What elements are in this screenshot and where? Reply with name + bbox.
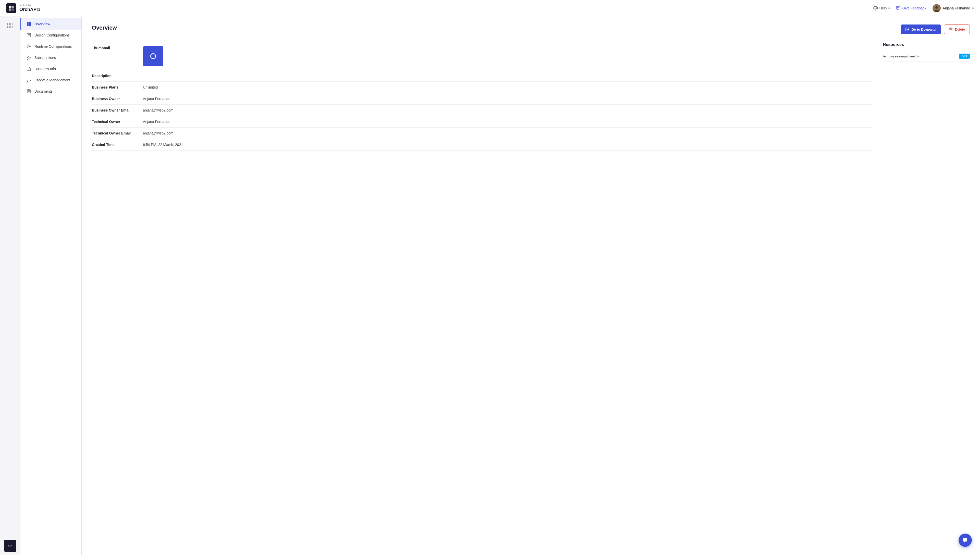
topbar-right: Help ▾ Give Feedback Anjana Fernando ▾ [873,4,974,12]
resources-title: Resources [883,42,970,47]
topbar: ← Api list OrchAPI1 Help ▾ Give Feedback [0,0,980,16]
go-to-devportal-button[interactable]: Go to Devportal [901,24,941,34]
thumbnail-letter: O [150,51,156,61]
thumbnail-box: O [143,46,163,66]
svg-rect-16 [29,22,31,24]
value-technical-owner-email: anjana@wso2.com [143,131,173,135]
logo-area: ← Api list OrchAPI1 [6,3,40,13]
label-technical-owner: Technical Owner [92,120,138,124]
logo-icon [6,3,16,13]
api-badge-button[interactable]: API [4,540,16,552]
devportal-label: Go to Devportal [911,27,937,31]
label-business-owner: Business Owner [92,97,138,101]
svg-rect-11 [8,23,10,25]
svg-rect-2 [9,8,11,11]
value-created-time: 6:54 PM, 22 March, 2021 [143,143,183,147]
header-actions: Go to Devportal Delete [901,24,970,34]
overview-icon [26,21,31,27]
feedback-button[interactable]: Give Feedback [896,6,926,10]
info-row-technical-owner: Technical Owner Anjana Fernando [92,116,873,128]
documents-icon [26,89,31,94]
svg-rect-3 [11,8,14,11]
nav-item-business-info[interactable]: Business Info [21,63,82,74]
help-icon [873,6,878,10]
value-business-owner: Anjana Fernando [143,97,170,101]
delete-label: Delete [955,27,965,31]
user-chevron-icon: ▾ [972,6,974,10]
nav-item-documents[interactable]: Documents [21,86,82,97]
title-group: ← Api list OrchAPI1 [19,4,40,12]
info-row-description: Description [92,70,873,82]
nav-label-lifecycle-management: Lifecycle Management [34,78,70,82]
info-row-business-owner-email: Business Owner Email anjana@wso2.com [92,104,873,116]
svg-rect-17 [27,24,29,26]
user-menu-button[interactable]: Anjana Fernando ▾ [932,4,974,12]
nav-label-business-info: Business Info [34,67,56,71]
feedback-label: Give Feedback [902,6,926,10]
api-title: OrchAPI1 [19,7,40,12]
nav-label-subscriptions: Subscriptions [34,56,56,60]
main-layout: API Overview [0,16,980,555]
label-description: Description [92,74,138,78]
chat-icon [962,537,968,543]
page-title: Overview [92,24,117,31]
avatar [932,4,941,12]
content-header: Overview Go to Devportal [92,24,970,34]
info-row-business-owner: Business Owner Anjana Fernando [92,93,873,104]
value-business-plans: Unlimited [143,85,158,89]
label-created-time: Created Time [92,143,138,147]
svg-point-23 [28,46,30,47]
chat-fab-button[interactable] [959,534,972,547]
nav-label-overview: Overview [34,22,50,26]
lifecycle-icon [26,78,31,83]
svg-rect-13 [8,26,10,28]
sidebar-icon-grid[interactable] [4,19,16,32]
help-label: Help [879,6,887,10]
value-technical-owner: Anjana Fernando [143,120,170,124]
nav-label-design-configurations: Design Configurations [34,33,70,37]
label-business-plans: Business Plans [92,85,138,89]
avatar-image [932,4,941,12]
nav-item-design-configurations[interactable]: Design Configurations [21,30,82,41]
subscriptions-icon [26,55,31,60]
business-info-icon [26,66,31,71]
method-badge-get: GET [959,54,970,59]
info-row-business-plans: Business Plans Unlimited [92,82,873,93]
svg-marker-24 [27,56,30,59]
label-business-owner-email: Business Owner Email [92,108,138,112]
nav-label-documents: Documents [34,89,53,93]
runtime-config-icon [26,44,31,49]
nav-item-runtime-configurations[interactable]: Runtime Configurations [21,41,82,52]
nav-item-subscriptions[interactable]: Subscriptions [21,52,82,63]
svg-rect-15 [27,22,29,24]
feedback-icon [896,6,901,10]
nav-label-runtime-configurations: Runtime Configurations [34,44,72,48]
resources-panel: Resources /employee/{employeeId} GET [883,42,970,151]
devportal-icon [905,27,909,31]
nav-item-lifecycle-management[interactable]: Lifecycle Management [21,74,82,86]
svg-rect-18 [29,24,31,26]
design-config-icon [26,33,31,38]
main-content: Overview Go to Devportal [82,16,980,555]
svg-rect-14 [11,26,13,28]
nav-panel: Overview Design Configurations [21,16,82,555]
overview-body: Thumbnail O Description Business Plans U… [92,42,970,151]
value-business-owner-email: anjana@wso2.com [143,108,173,112]
label-technical-owner-email: Technical Owner Email [92,131,138,135]
label-thumbnail: Thumbnail [92,46,138,50]
help-chevron-icon: ▾ [888,6,890,10]
svg-point-9 [935,6,938,9]
svg-rect-0 [9,6,11,8]
info-row-technical-owner-email: Technical Owner Email anjana@wso2.com [92,128,873,139]
sidebar: API [0,16,21,555]
delete-icon [949,27,953,31]
api-list-link[interactable]: ← Api list [19,4,40,7]
info-table: Thumbnail O Description Business Plans U… [92,42,873,151]
info-row-thumbnail: Thumbnail O [92,42,873,70]
svg-rect-1 [11,6,14,8]
help-button[interactable]: Help ▾ [873,6,890,10]
delete-button[interactable]: Delete [944,24,970,34]
svg-rect-12 [11,23,13,25]
nav-item-overview[interactable]: Overview [21,18,82,30]
user-name: Anjana Fernando [943,6,970,10]
